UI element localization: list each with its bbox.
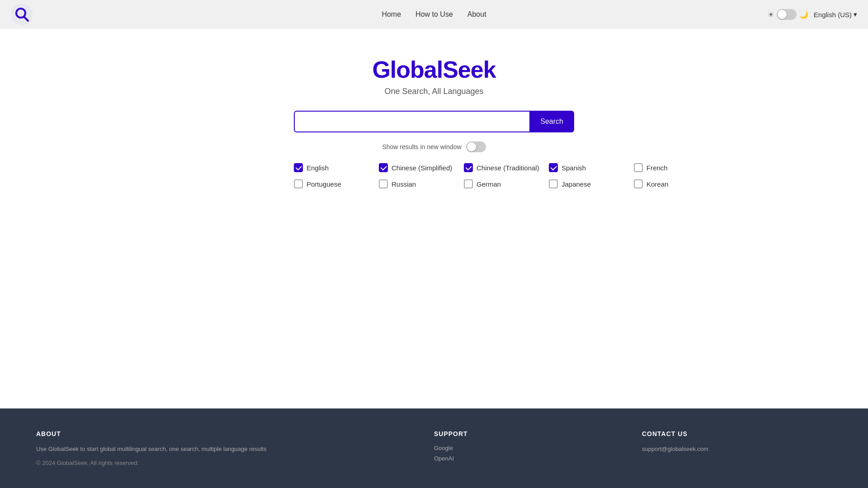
- search-input[interactable]: [294, 111, 529, 132]
- results-toggle-label: Show results in new window: [382, 143, 461, 150]
- lang-item-chinese-simplified[interactable]: Chinese (Simplified): [379, 163, 460, 172]
- nav-about[interactable]: About: [467, 9, 486, 20]
- footer-contact: CONTACT US support@globalseek.com: [642, 430, 832, 466]
- svg-point-0: [11, 4, 33, 25]
- nav-how-to-use[interactable]: How to Use: [415, 9, 453, 20]
- language-grid: EnglishChinese (Simplified)Chinese (Trad…: [294, 163, 574, 188]
- brand-subtitle: One Search, All Languages: [384, 87, 483, 96]
- main-nav: Home How to Use About: [382, 9, 486, 20]
- checkbox-japanese[interactable]: [549, 179, 558, 188]
- language-selector[interactable]: English (US) ▾: [814, 10, 857, 19]
- logo[interactable]: [11, 4, 33, 25]
- lang-label: French: [646, 164, 668, 172]
- footer-copyright: © 2024 GlobalSeek. All rights reserved.: [36, 460, 416, 466]
- footer: ABOUT Use GlobalSeek to start global mul…: [0, 408, 868, 488]
- checkbox-russian[interactable]: [379, 179, 388, 188]
- checkbox-french[interactable]: [634, 163, 643, 172]
- brand-title: GlobalSeek: [372, 56, 495, 83]
- lang-label: Chinese (Simplified): [392, 164, 452, 172]
- lang-item-japanese[interactable]: Japanese: [549, 179, 630, 188]
- header-right: ☀ 🌙 English (US) ▾: [768, 9, 857, 20]
- checkbox-chinese-simplified[interactable]: [379, 163, 388, 172]
- nav-home[interactable]: Home: [382, 9, 401, 20]
- results-toggle-track[interactable]: [466, 141, 486, 152]
- sun-icon: ☀: [768, 10, 774, 19]
- results-toggle-row: Show results in new window: [382, 141, 486, 152]
- lang-item-german[interactable]: German: [464, 179, 545, 188]
- theme-toggle-track[interactable]: [777, 9, 797, 20]
- results-toggle-thumb: [467, 142, 476, 151]
- lang-item-portuguese[interactable]: Portuguese: [294, 179, 375, 188]
- logo-icon: [11, 4, 33, 25]
- header: Home How to Use About ☀ 🌙 English (US) ▾: [0, 0, 868, 29]
- footer-about-title: ABOUT: [36, 430, 416, 437]
- lang-label: Japanese: [561, 180, 591, 188]
- theme-toggle[interactable]: ☀ 🌙: [768, 9, 808, 20]
- lang-label: German: [476, 180, 501, 188]
- lang-item-english[interactable]: English: [294, 163, 375, 172]
- theme-toggle-thumb: [778, 10, 787, 19]
- lang-label: Russian: [392, 180, 416, 188]
- footer-about-description: Use GlobalSeek to start global multiling…: [36, 445, 416, 454]
- footer-link-google[interactable]: Google: [434, 445, 624, 451]
- checkbox-english[interactable]: [294, 163, 303, 172]
- footer-support-title: SUPPORT: [434, 430, 624, 437]
- lang-item-french[interactable]: French: [634, 163, 715, 172]
- checkbox-portuguese[interactable]: [294, 179, 303, 188]
- checkbox-korean[interactable]: [634, 179, 643, 188]
- lang-item-chinese-traditional[interactable]: Chinese (Traditional): [464, 163, 545, 172]
- lang-selector-value: English (US): [814, 11, 852, 19]
- checkbox-chinese-traditional[interactable]: [464, 163, 473, 172]
- lang-label: Portuguese: [307, 180, 341, 188]
- lang-label: Korean: [646, 180, 668, 188]
- lang-item-spanish[interactable]: Spanish: [549, 163, 630, 172]
- footer-about: ABOUT Use GlobalSeek to start global mul…: [36, 430, 416, 466]
- search-button[interactable]: Search: [529, 111, 574, 132]
- lang-label: Chinese (Traditional): [476, 164, 539, 172]
- search-bar: Search: [294, 111, 574, 132]
- footer-contact-title: CONTACT US: [642, 430, 832, 437]
- main-content: GlobalSeek One Search, All Languages Sea…: [0, 29, 868, 408]
- lang-item-korean[interactable]: Korean: [634, 179, 715, 188]
- footer-link-openai[interactable]: OpenAI: [434, 455, 624, 462]
- lang-label: English: [307, 164, 329, 172]
- moon-icon: 🌙: [799, 10, 808, 19]
- checkbox-german[interactable]: [464, 179, 473, 188]
- footer-support: SUPPORT Google OpenAI: [434, 430, 624, 466]
- lang-label: Spanish: [561, 164, 586, 172]
- chevron-down-icon: ▾: [854, 10, 857, 19]
- footer-contact-email: support@globalseek.com: [642, 446, 708, 452]
- checkbox-spanish[interactable]: [549, 163, 558, 172]
- lang-item-russian[interactable]: Russian: [379, 179, 460, 188]
